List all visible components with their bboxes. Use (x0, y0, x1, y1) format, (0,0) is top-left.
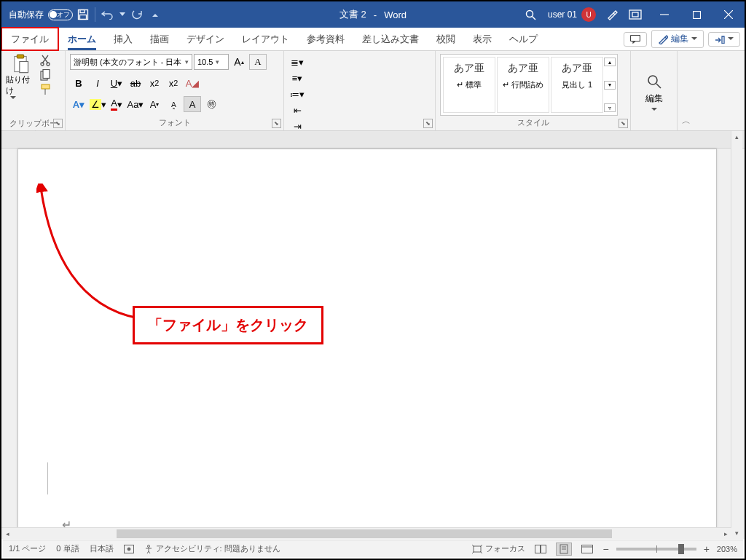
format-painter-icon[interactable] (38, 83, 52, 96)
font-size-combo[interactable]: 10.5▾ (194, 54, 229, 70)
grow-font-icon[interactable]: A▴ (230, 54, 248, 70)
tab-insert[interactable]: 挿入 (105, 28, 141, 50)
dialog-launcher-icon[interactable]: ⬊ (53, 119, 63, 128)
tab-home[interactable]: ホーム (59, 28, 105, 50)
zoom-in-button[interactable]: + (704, 543, 710, 555)
scroll-thumb[interactable] (117, 529, 612, 538)
group-label: スタイル (440, 116, 626, 130)
zoom-slider[interactable] (616, 548, 696, 551)
style-normal[interactable]: あア亜 ↵ 標準 (443, 57, 495, 113)
tab-mailings[interactable]: 差し込み文書 (353, 28, 428, 50)
language-status[interactable]: 日本語 (90, 543, 114, 554)
tab-review[interactable]: 校閲 (428, 28, 464, 50)
zoom-level[interactable]: 203% (717, 545, 737, 553)
font-color-icon[interactable]: A▾ (108, 96, 125, 112)
tab-layout[interactable]: レイアウト (233, 28, 298, 50)
ribbon: 貼り付け クリップボード ⬊ 游明朝 (本文のフォント - 日本▾ 10.5▾ … (1, 51, 745, 131)
highlight-icon[interactable]: ∠▾ (89, 96, 106, 112)
save-icon[interactable] (73, 4, 93, 25)
svg-point-16 (47, 63, 50, 66)
undo-dropdown-icon[interactable] (117, 4, 127, 25)
read-mode-icon[interactable] (533, 543, 549, 556)
shrink-font-icon[interactable]: A▾ (146, 96, 163, 112)
qat-customize-icon[interactable] (148, 4, 162, 25)
enclose-char-icon[interactable]: ㊕ (203, 96, 220, 112)
vertical-scrollbar[interactable]: ▴ ▾ (731, 131, 742, 539)
italic-button[interactable]: I (89, 75, 106, 91)
ruby-icon[interactable]: A (249, 54, 267, 70)
char-scale-icon[interactable]: A̭ (165, 96, 182, 112)
style-no-spacing[interactable]: あア亜 ↵ 行間詰め (497, 57, 549, 113)
svg-rect-11 (631, 35, 640, 41)
search-icon[interactable] (520, 9, 542, 20)
cut-icon[interactable] (38, 54, 52, 67)
collapse-ribbon-icon[interactable]: ︿ (678, 51, 695, 130)
char-shading-icon[interactable]: A (184, 96, 201, 112)
page[interactable]: ↵ (17, 149, 717, 535)
subscript-button[interactable]: x2 (146, 75, 163, 91)
scroll-right-icon[interactable]: ▸ (720, 528, 731, 539)
superscript-button[interactable]: x2 (165, 75, 182, 91)
word-count[interactable]: 0 単語 (56, 543, 79, 554)
redo-icon[interactable] (127, 4, 148, 25)
bullets-icon[interactable]: ≣▾ (288, 54, 306, 70)
minimize-button[interactable] (648, 1, 680, 28)
copy-icon[interactable] (38, 68, 52, 82)
dialog-launcher-icon[interactable]: ⬊ (423, 119, 433, 128)
scroll-up-icon[interactable]: ▴ (731, 131, 742, 143)
numbering-icon[interactable]: ≡▾ (288, 70, 306, 86)
svg-line-21 (656, 84, 661, 88)
tab-help[interactable]: ヘルプ (500, 28, 546, 50)
font-name-combo[interactable]: 游明朝 (本文のフォント - 日本▾ (70, 54, 192, 70)
svg-rect-18 (43, 70, 50, 79)
toggle-switch[interactable]: オフ (48, 9, 73, 20)
tab-design[interactable]: デザイン (178, 28, 233, 50)
svg-point-3 (527, 10, 533, 17)
style-heading1[interactable]: あア亜 見出し 1 (551, 57, 603, 113)
ruler (1, 131, 745, 149)
web-layout-icon[interactable] (579, 543, 595, 556)
zoom-out-button[interactable]: − (602, 543, 608, 555)
multilevel-icon[interactable]: ≔▾ (288, 86, 306, 102)
undo-icon[interactable] (97, 4, 117, 25)
dialog-launcher-icon[interactable]: ⬊ (272, 119, 281, 128)
text-effects-icon[interactable]: A▾ (70, 96, 87, 112)
underline-button[interactable]: U▾ (108, 75, 125, 91)
tab-references[interactable]: 参考資料 (298, 28, 353, 50)
tab-draw[interactable]: 描画 (141, 28, 178, 50)
print-layout-icon[interactable] (556, 543, 572, 556)
maximize-button[interactable] (680, 1, 712, 28)
tab-view[interactable]: 表示 (464, 28, 500, 50)
close-button[interactable] (712, 1, 745, 28)
share-button[interactable] (708, 32, 740, 47)
dialog-launcher-icon[interactable]: ⬊ (619, 119, 628, 128)
strikethrough-button[interactable]: ab (127, 75, 144, 91)
tab-file[interactable]: ファイル (1, 27, 59, 51)
autosave-toggle[interactable]: 自動保存 オフ (9, 9, 73, 21)
change-case-icon[interactable]: Aa▾ (127, 96, 144, 112)
paste-button[interactable]: 貼り付け (6, 54, 35, 117)
focus-mode[interactable]: フォーカス (472, 543, 525, 554)
find-button[interactable]: 編集 (638, 69, 670, 116)
accessibility-status[interactable]: アクセシビリティ: 問題ありません (144, 543, 280, 554)
scroll-left-icon[interactable]: ◂ (1, 528, 13, 539)
styles-more-icon[interactable]: ▿ (604, 103, 616, 112)
svg-rect-5 (629, 10, 641, 19)
decrease-indent-icon[interactable]: ⇤ (288, 102, 306, 118)
account-button[interactable]: user 01 U (542, 7, 602, 22)
eyedropper-icon[interactable] (602, 4, 622, 25)
horizontal-scrollbar[interactable]: ◂ ▸ (1, 527, 731, 539)
scroll-down-icon[interactable]: ▾ (731, 527, 742, 539)
comments-button[interactable] (624, 32, 647, 47)
styles-gallery[interactable]: あア亜 ↵ 標準 あア亜 ↵ 行間詰め あア亜 見出し 1 ▴ ▾ ▿ (440, 54, 618, 116)
styles-scroll-up-icon[interactable]: ▴ (604, 58, 616, 66)
editing-mode-button[interactable]: 編集 (651, 30, 704, 48)
svg-rect-25 (474, 546, 481, 552)
clear-format-icon[interactable]: A◢ (184, 75, 201, 91)
macro-icon[interactable] (124, 545, 134, 553)
group-label: フォント (70, 116, 279, 130)
page-count[interactable]: 1/1 ページ (9, 543, 46, 554)
styles-scroll-down-icon[interactable]: ▾ (604, 81, 616, 90)
ribbon-display-icon[interactable] (622, 4, 648, 25)
bold-button[interactable]: B (70, 75, 87, 91)
